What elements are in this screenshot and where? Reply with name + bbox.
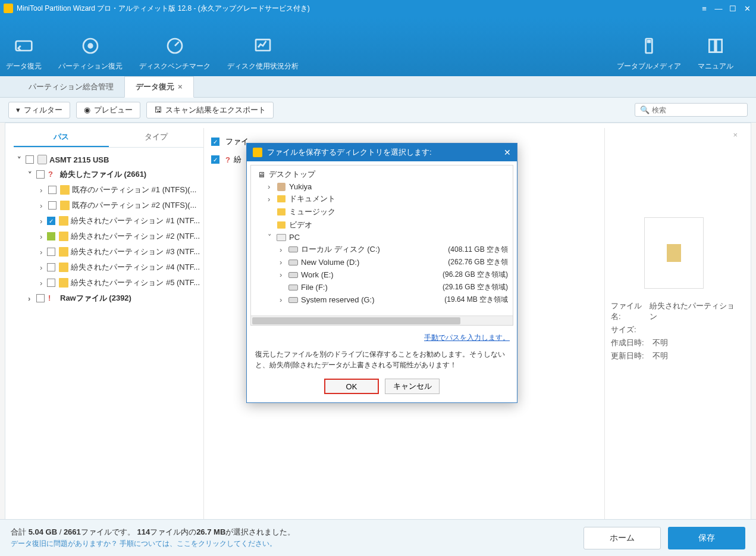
checkbox-partial[interactable] [47, 232, 55, 240]
dlg-video[interactable]: ビデオ [253, 218, 510, 232]
tree-item[interactable]: ›紛失されたパーティション #5 (NTF... [16, 275, 201, 291]
cancel-button[interactable]: キャンセル [385, 379, 440, 394]
checkbox[interactable] [47, 279, 55, 287]
tab-path[interactable]: パス [14, 128, 109, 147]
chevron-right-icon[interactable]: › [280, 245, 288, 254]
tab-type[interactable]: タイプ [109, 128, 204, 147]
chevron-right-icon[interactable]: › [40, 263, 46, 272]
manual-path-link[interactable]: 手動でパスを入力します。 [424, 333, 510, 342]
checkbox-checked[interactable]: ✓ [211, 138, 219, 146]
chevron-right-icon[interactable]: › [40, 232, 46, 241]
chevron-right-icon[interactable]: › [280, 270, 288, 279]
ribbon-bootable[interactable]: ブータブルメディア [617, 35, 681, 71]
dialog-app-icon [253, 148, 262, 157]
chevron-right-icon[interactable]: › [40, 279, 46, 288]
eye-icon: ◉ [84, 105, 90, 114]
tree-item[interactable]: ›紛失されたパーティション #3 (NTF... [16, 244, 201, 260]
dlg-pc[interactable]: ˅PC [253, 232, 510, 243]
close-preview-icon[interactable]: × [733, 130, 738, 139]
preview-button[interactable]: ◉プレビュー [76, 102, 140, 118]
recover-icon [13, 35, 34, 57]
pc-icon [277, 234, 286, 241]
search-input[interactable] [652, 106, 742, 114]
folder-icon [59, 263, 68, 272]
action-bar: ▾フィルター ◉プレビュー 🖫スキャン結果をエクスポート 🔍 [0, 98, 756, 123]
chevron-down-icon[interactable]: ˅ [17, 155, 24, 164]
status-help-link[interactable]: データ復旧に問題がありますか？ 手順については、ここをクリックしてください。 [11, 539, 576, 549]
chevron-right-icon[interactable]: › [40, 186, 47, 195]
checkbox-checked[interactable]: ✓ [211, 155, 219, 164]
chevron-down-icon[interactable]: ˅ [28, 170, 35, 179]
close-button[interactable]: ✕ [742, 3, 752, 14]
chevron-right-icon[interactable]: › [28, 294, 35, 303]
checkbox[interactable] [48, 186, 57, 194]
tree-item[interactable]: ›既存のパーティション #2 (NTFS)(... [16, 198, 201, 213]
dlg-drive[interactable]: ›Work (E:)(96.28 GB 空き領域) [253, 268, 510, 281]
chevron-right-icon[interactable]: › [40, 248, 46, 257]
menu-icon[interactable]: ≡ [699, 3, 710, 14]
tab-data-recover[interactable]: データ復元× [124, 76, 194, 98]
checkbox[interactable] [47, 263, 55, 271]
tree-item[interactable]: ›紛失されたパーティション #4 (NTF... [16, 260, 201, 275]
ribbon-data-recover[interactable]: データ復元 [6, 35, 42, 71]
tree-item[interactable]: ›✓紛失されたパーティション #1 (NTF... [16, 213, 201, 229]
minimize-button[interactable]: — [713, 3, 724, 14]
status-info: 合計 5.04 GB / 2661ファイルです。 114ファイル内の26.7 M… [11, 527, 576, 549]
dlg-desktop[interactable]: 🖥デスクトップ [253, 168, 510, 181]
chevron-down-icon[interactable]: ˅ [268, 233, 276, 242]
folder-icon [59, 216, 68, 226]
chevron-right-icon[interactable]: › [268, 182, 276, 191]
checkbox[interactable] [36, 170, 45, 179]
save-button[interactable]: 保存 [668, 527, 745, 549]
ribbon: データ復元 パーティション復元 ディスクベンチマーク ディスク使用状況分析 ブー… [0, 17, 756, 76]
ok-button[interactable]: OK [324, 379, 379, 394]
question-icon: ? [225, 155, 230, 164]
folder-tree: ˅ASMT 2115 USB ˅?紛失したファイル (2661) ›既存のパーテ… [14, 148, 203, 311]
dlg-drive[interactable]: ›ローカル ディスク (C:)(408.11 GB 空き領 [253, 243, 510, 256]
dlg-user[interactable]: ›Yukiya [253, 181, 510, 192]
dialog-message: 復元したファイルを別のドライブに保存することをお勧めします。そうしないと、紛失/… [247, 346, 517, 373]
checkbox[interactable] [47, 248, 55, 256]
dlg-music[interactable]: ミュージック [253, 205, 510, 218]
ribbon-manual[interactable]: マニュアル [698, 35, 733, 71]
tab-partition-manage[interactable]: パーティション総合管理 [18, 77, 124, 97]
checkbox[interactable] [48, 201, 57, 210]
tree-raw[interactable]: ›!Rawファイル (2392) [16, 291, 201, 306]
home-button[interactable]: ホーム [584, 527, 661, 549]
dlg-documents[interactable]: ›ドキュメント [253, 192, 510, 205]
drive-icon [288, 297, 298, 303]
tab-close-icon[interactable]: × [178, 82, 183, 91]
chevron-right-icon[interactable]: › [280, 295, 288, 304]
chevron-right-icon[interactable]: › [268, 195, 276, 204]
tree-lost-files[interactable]: ˅?紛失したファイル (2661) [16, 167, 201, 182]
dialog-title: ファイルを保存するディレクトリを選択します: [267, 147, 432, 158]
dlg-drive[interactable]: ›New Volume (D:)(262.76 GB 空き領 [253, 256, 510, 268]
dialog-scrollbar[interactable] [251, 316, 513, 325]
dialog-close-icon[interactable]: ✕ [504, 148, 511, 157]
checkbox[interactable] [36, 294, 45, 302]
chevron-right-icon[interactable]: › [40, 217, 46, 226]
drive-icon [288, 285, 298, 291]
user-icon [277, 183, 286, 191]
filter-button[interactable]: ▾フィルター [8, 102, 70, 118]
tree-root[interactable]: ˅ASMT 2115 USB [16, 152, 201, 167]
scrollbar-thumb[interactable] [252, 317, 460, 324]
tree-item[interactable]: ›紛失されたパーティション #2 (NTF... [16, 229, 201, 244]
tree-item[interactable]: ›既存のパーティション #1 (NTFS)(... [16, 182, 201, 198]
ribbon-benchmark[interactable]: ディスクベンチマーク [139, 35, 211, 71]
dialog-tree: 🖥デスクトップ ›Yukiya ›ドキュメント ミュージック ビデオ ˅PC ›… [250, 165, 513, 326]
meta-size: サイズ: [611, 324, 736, 335]
export-button[interactable]: 🖫スキャン結果をエクスポート [146, 102, 274, 118]
chevron-right-icon[interactable]: › [280, 258, 288, 267]
status-line1: 合計 5.04 GB / 2661ファイルです。 114ファイル内の26.7 M… [11, 527, 576, 538]
filter-icon: ▾ [16, 105, 20, 114]
checkbox[interactable] [26, 155, 34, 164]
svg-point-2 [88, 43, 93, 48]
ribbon-usage[interactable]: ディスク使用状況分析 [227, 35, 299, 71]
dlg-drive[interactable]: ›System reserved (G:)(19.64 MB 空き領域 [253, 293, 510, 306]
ribbon-partition-recover[interactable]: パーティション復元 [58, 35, 123, 71]
dlg-drive[interactable]: File (F:)(29.16 GB 空き領域) [253, 281, 510, 293]
maximize-button[interactable]: ☐ [727, 3, 738, 14]
checkbox-checked[interactable]: ✓ [47, 217, 55, 225]
chevron-right-icon[interactable]: › [40, 201, 47, 210]
